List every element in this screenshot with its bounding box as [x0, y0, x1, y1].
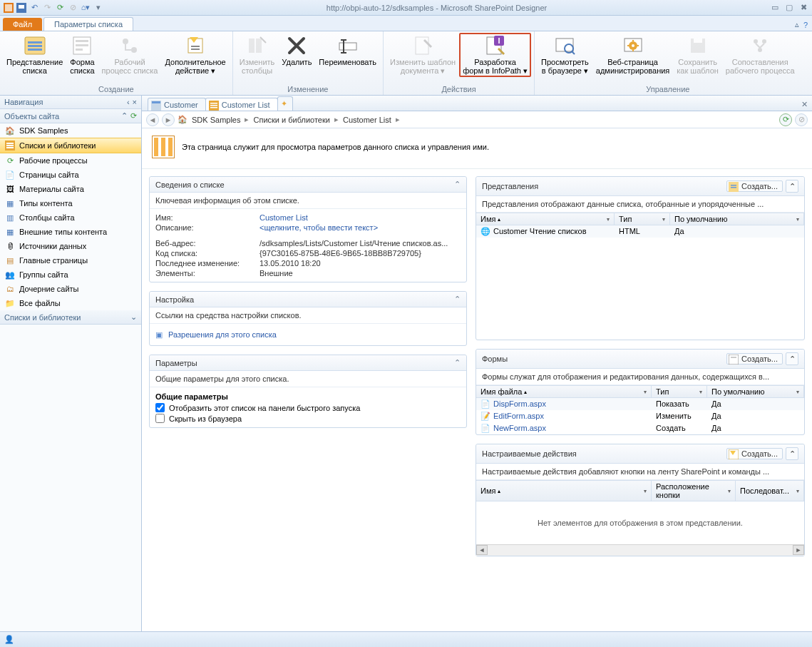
- collapse-icon[interactable]: ⌃: [454, 180, 461, 189]
- collapse-icon[interactable]: ⌃: [786, 180, 798, 193]
- refresh-icon[interactable]: ⟳: [54, 2, 66, 14]
- nav-item-workflows[interactable]: ⟳Рабочие процессы: [0, 153, 141, 168]
- col-filename[interactable]: Имя файла▴▾: [476, 386, 652, 397]
- nav-item-external-types[interactable]: ▦Внешние типы контента: [0, 225, 141, 239]
- ribbon-group-edit: Изменить столбцы Удалить Переименовать И…: [233, 31, 384, 95]
- list-params-tab[interactable]: Параметры списка: [43, 17, 133, 31]
- info-desc-value[interactable]: <щелкните, чтобы ввести текст>: [259, 223, 378, 232]
- chevron-down-icon[interactable]: ⌄: [130, 312, 137, 322]
- view-row[interactable]: 🌐Customer Чтение списков HTML Да: [476, 225, 804, 238]
- col-name[interactable]: Имя▴▾: [476, 213, 615, 225]
- svg-rect-48: [210, 107, 217, 108]
- minimize-icon[interactable]: ▭: [769, 3, 781, 13]
- col-type[interactable]: Тип▾: [652, 386, 707, 397]
- col-type[interactable]: Тип▾: [615, 213, 670, 225]
- chevron-up-icon[interactable]: ⌃: [121, 111, 128, 121]
- qat-customize-icon[interactable]: ▾: [93, 2, 104, 14]
- chevron-left-icon[interactable]: ‹: [127, 98, 130, 106]
- doc-tab-customer-list[interactable]: Customer List: [205, 98, 278, 111]
- close-tab-icon[interactable]: ✕: [801, 100, 808, 111]
- info-name-value[interactable]: Customer List: [259, 213, 308, 222]
- svg-point-33: [632, 44, 634, 47]
- stop-icon[interactable]: ⊘: [795, 113, 808, 126]
- groups-icon: 👥: [4, 269, 16, 280]
- ribbon-group-actions-label: Действия: [384, 85, 534, 95]
- collapse-icon[interactable]: ⌃: [786, 447, 798, 460]
- form-row[interactable]: 📝EditForm.aspx Изменить Да: [476, 410, 804, 422]
- nav-back-button[interactable]: ◄: [146, 113, 159, 126]
- breadcrumb-seg2[interactable]: Списки и библиотеки: [252, 116, 331, 124]
- nav-item-sdksamples[interactable]: 🏠SDK Samples: [0, 123, 141, 138]
- folder-icon: 📁: [4, 297, 16, 309]
- hide-browser-checkbox[interactable]: [155, 414, 165, 423]
- create-form-button[interactable]: Создать...: [726, 353, 783, 365]
- save-icon[interactable]: [16, 2, 27, 14]
- collapse-icon[interactable]: ⌃: [454, 358, 461, 367]
- scroll-right-icon[interactable]: ►: [793, 545, 804, 555]
- navigation-header[interactable]: Навигация‹×: [0, 96, 141, 109]
- create-action-button[interactable]: Создать...: [726, 448, 783, 459]
- hide-browser-checkbox-row[interactable]: Скрыть из браузера: [155, 413, 461, 424]
- collapse-icon[interactable]: ⌃: [786, 352, 798, 365]
- nav-item-site-groups[interactable]: 👥Группы сайта: [0, 268, 141, 282]
- nav-item-content-types[interactable]: ▦Типы контента: [0, 196, 141, 210]
- col-name[interactable]: Имя▴▾: [476, 481, 652, 501]
- refresh-icon[interactable]: ⟳: [130, 111, 137, 121]
- maximize-icon[interactable]: ▢: [783, 3, 795, 13]
- nav-item-master-pages[interactable]: ▤Главные страницы: [0, 253, 141, 268]
- col-default[interactable]: По умолчанию▾: [707, 386, 804, 397]
- refresh-icon[interactable]: ⟳: [779, 113, 792, 126]
- collapse-icon[interactable]: ⌃: [454, 295, 461, 304]
- list-form-button[interactable]: Форма списка: [66, 33, 98, 76]
- list-icon: [4, 140, 16, 151]
- info-elements-label: Элементы:: [155, 269, 259, 277]
- page-description: Эта страница служит для просмотра параме…: [182, 143, 489, 151]
- additional-action-button[interactable]: Дополнительное действие ▾: [161, 33, 229, 77]
- list-view-button[interactable]: Представление списка: [3, 33, 66, 76]
- breadcrumb-seg1[interactable]: SDK Samples: [190, 116, 242, 124]
- redo-icon[interactable]: ↷: [41, 2, 53, 14]
- lists-libraries-header[interactable]: Списки и библиотеки⌄: [0, 310, 141, 325]
- close-pane-icon[interactable]: ×: [133, 98, 137, 106]
- help-icon[interactable]: ?: [803, 21, 808, 29]
- permissions-link[interactable]: Разрешения для этого списка: [155, 327, 461, 342]
- nav-item-subsites[interactable]: 🗂Дочерние сайты: [0, 282, 141, 296]
- nav-item-all-files[interactable]: 📁Все файлы: [0, 296, 141, 310]
- new-tab-button[interactable]: ✦: [277, 96, 293, 111]
- create-view-button[interactable]: Создать...: [726, 180, 783, 192]
- home-icon[interactable]: 🏠: [178, 115, 187, 124]
- home-dropdown-icon[interactable]: ⌂▾: [80, 2, 91, 14]
- col-sequence[interactable]: Последоват...▾: [736, 481, 804, 501]
- nav-item-site-assets[interactable]: 🖼Материалы сайта: [0, 182, 141, 196]
- svg-text:I: I: [498, 36, 500, 45]
- undo-icon[interactable]: ↶: [29, 2, 40, 14]
- delete-button[interactable]: Удалить: [278, 33, 315, 68]
- h-scrollbar[interactable]: ◄►: [476, 544, 804, 556]
- quicklaunch-checkbox[interactable]: [155, 403, 165, 412]
- view-default: Да: [670, 226, 689, 237]
- nav-item-lists[interactable]: Списки и библиотеки: [0, 138, 141, 153]
- nav-item-site-columns[interactable]: ▥Столбцы сайта: [0, 210, 141, 225]
- file-tab[interactable]: Файл: [3, 18, 42, 31]
- stop-icon[interactable]: ⊘: [67, 2, 78, 14]
- scroll-left-icon[interactable]: ◄: [476, 545, 488, 555]
- rename-button[interactable]: Переименовать: [315, 33, 380, 68]
- minimize-ribbon-icon[interactable]: ▵: [795, 20, 799, 29]
- preview-browser-button[interactable]: Просмотреть в браузере ▾: [538, 33, 592, 77]
- assets-icon: 🖼: [4, 183, 16, 195]
- admin-page-button[interactable]: Веб-страница администрирования: [592, 33, 674, 76]
- form-row[interactable]: 📄DispForm.aspx Показать Да: [476, 398, 804, 410]
- close-icon[interactable]: ✖: [798, 3, 809, 13]
- breadcrumb-seg3[interactable]: Customer List: [341, 116, 393, 124]
- nav-forward-button[interactable]: ►: [162, 113, 175, 126]
- nav-item-site-pages[interactable]: 📄Страницы сайта: [0, 168, 141, 182]
- col-default[interactable]: По умолчанию▾: [670, 213, 804, 225]
- form-default: Да: [707, 399, 726, 409]
- doc-tab-customer[interactable]: Customer: [148, 98, 206, 111]
- form-row[interactable]: 📄NewForm.aspx Создать Да: [476, 422, 804, 434]
- site-objects-header[interactable]: Объекты сайта⌃⟳: [0, 109, 141, 123]
- infopath-design-button[interactable]: IРазработка форм в InfoPath ▾: [459, 33, 531, 77]
- quicklaunch-checkbox-row[interactable]: Отобразить этот список на панели быстрог…: [155, 402, 461, 413]
- col-location[interactable]: Расположение кнопки▾: [652, 481, 736, 501]
- nav-item-data-sources[interactable]: 🛢Источники данных: [0, 239, 141, 253]
